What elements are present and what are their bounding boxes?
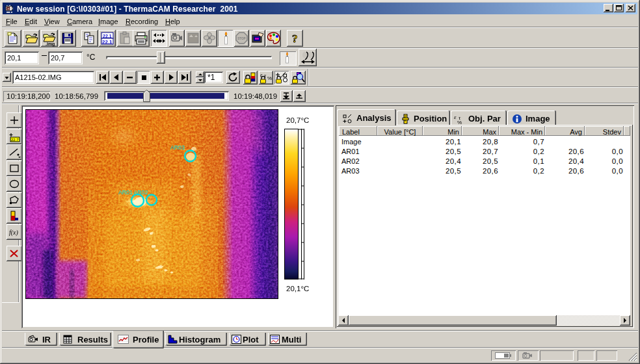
svg-text:f(x): f(x) bbox=[9, 229, 19, 237]
svg-text:22.1: 22.1 bbox=[103, 34, 112, 38]
svg-text:ε: ε bbox=[454, 114, 457, 120]
svg-text:AR03: AR03 bbox=[170, 144, 185, 151]
svg-text:?: ? bbox=[292, 32, 298, 45]
svg-text:22.1: 22.1 bbox=[102, 39, 113, 45]
svg-text:.img: .img bbox=[46, 42, 55, 47]
svg-text:STOP: STOP bbox=[237, 37, 245, 40]
svg-text:AR01 AR02: AR01 AR02 bbox=[118, 189, 148, 196]
svg-text:%: % bbox=[267, 75, 272, 81]
svg-text:22.7: 22.7 bbox=[11, 138, 19, 142]
svg-text:%: % bbox=[457, 120, 462, 124]
